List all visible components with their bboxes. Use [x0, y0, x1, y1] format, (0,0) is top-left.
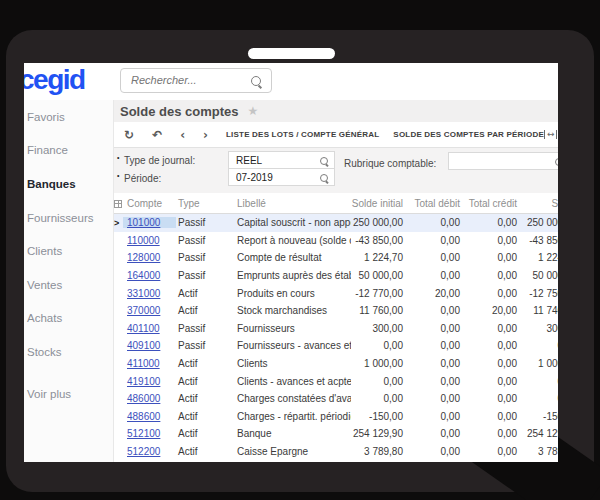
sidebar-item-voir-plus[interactable]: Voir plus [24, 380, 113, 408]
account-link[interactable]: 370000 [123, 305, 176, 316]
type-cell: Passif [176, 217, 233, 228]
undo-icon[interactable]: ↶ [152, 129, 162, 141]
account-link[interactable]: 164000 [123, 270, 176, 281]
total-debit-cell: 0,00 [403, 252, 460, 263]
tab-liste-des-lots[interactable]: LISTE DES LOTS / COMPTE GÉNÉRAL [226, 130, 379, 139]
magnifier-icon[interactable] [320, 157, 328, 165]
libelle-cell: Clients [233, 358, 351, 369]
table-row[interactable]: 488600ActifCharges - répartit. périodiqu… [114, 408, 558, 426]
total-debit-cell: 20,00 [403, 288, 460, 299]
table-row[interactable]: 512200ActifCaisse Epargne3 789,800,000,0… [114, 443, 558, 461]
account-link[interactable]: 411000 [123, 358, 176, 369]
period-field[interactable] [228, 168, 335, 186]
chevron-right-icon[interactable]: › [203, 129, 208, 141]
account-link[interactable]: 331000 [123, 288, 176, 299]
account-link[interactable]: 409100 [123, 340, 176, 351]
top-bar: cegid [24, 63, 558, 101]
search-icon[interactable] [251, 76, 261, 86]
col-total-debit[interactable]: Total débit [403, 198, 460, 209]
title-strip: Solde des comptes ★ [114, 100, 558, 122]
sidebar-item-stocks[interactable]: Stocks [24, 335, 113, 369]
account-link[interactable]: 101000 [123, 217, 176, 228]
col-total-credit[interactable]: Total crédit [460, 198, 517, 209]
type-cell: Actif [176, 428, 233, 439]
table-header: Compte Type Libellé Solde initial Total … [114, 193, 558, 214]
tab-solde-par-periode[interactable]: SOLDE DES COMPTES PAR PÉRIODE [393, 130, 544, 139]
table-row[interactable]: 486000ActifCharges constatées d'avance0,… [114, 390, 558, 408]
account-link[interactable]: 512200 [123, 446, 176, 457]
page-title: Solde des comptes [120, 104, 238, 119]
rubrique-input[interactable] [454, 155, 547, 168]
solde-cell: 1 000,00 [517, 358, 558, 369]
chevron-left-icon[interactable]: ‹ [180, 129, 185, 141]
table-row[interactable]: 370000ActifStock marchandises11 760,000,… [114, 302, 558, 320]
fit-width-icon[interactable]: ↔ [544, 130, 558, 139]
account-link[interactable]: 486000 [123, 393, 176, 404]
account-link[interactable]: 419100 [123, 376, 176, 387]
period-label: Période: [124, 173, 161, 184]
search-box[interactable] [120, 68, 272, 93]
type-cell: Actif [176, 411, 233, 422]
col-libelle[interactable]: Libellé [233, 198, 351, 209]
table-row[interactable]: 411000ActifClients1 000,000,000,001 000,… [114, 355, 558, 373]
solde-cell: -12 750,00 [517, 288, 558, 299]
solde-initial-cell: -150,00 [351, 411, 403, 422]
magnifier-icon[interactable] [320, 174, 328, 182]
row-selector-icon[interactable] [114, 200, 122, 208]
magnifier-icon[interactable] [555, 158, 558, 166]
type-cell: Passif [176, 323, 233, 334]
total-credit-cell: 0,00 [460, 376, 517, 387]
account-link[interactable]: 401100 [123, 323, 176, 334]
table-row[interactable]: 409100PassifFournisseurs - avances et ac… [114, 337, 558, 355]
solde-initial-cell: 3 789,80 [351, 446, 403, 457]
table-row[interactable]: 164000PassifEmprunts auprès des établt.c… [114, 267, 558, 285]
sidebar-item-finance[interactable]: Finance [24, 134, 113, 168]
total-debit-cell: 0,00 [403, 270, 460, 281]
table-row[interactable]: 128000PassifCompte de résultat1 224,700,… [114, 249, 558, 267]
account-link[interactable]: 512100 [123, 428, 176, 439]
libelle-cell: Charges constatées d'avance [233, 393, 351, 404]
total-credit-cell: 0,00 [460, 428, 517, 439]
solde-initial-cell: 254 129,90 [351, 428, 403, 439]
total-debit-cell: 0,00 [403, 376, 460, 387]
sidebar-item-fournisseurs[interactable]: Fournisseurs [24, 201, 113, 235]
col-solde-initial[interactable]: Solde initial [351, 198, 403, 209]
sidebar-item-favoris[interactable]: Favoris [24, 100, 113, 134]
type-cell: Passif [176, 340, 233, 351]
table-row[interactable]: 331000ActifProduits en cours-12 770,0020… [114, 284, 558, 302]
journal-input[interactable] [234, 154, 317, 167]
solde-cell: 0,00 [517, 340, 558, 351]
refresh-icon[interactable]: ↻ [124, 129, 134, 141]
total-debit-cell: 0,00 [403, 235, 460, 246]
sidebar-item-banques[interactable]: Banques [24, 167, 113, 201]
table-row[interactable]: 419100ActifClients - avances et acptes r… [114, 372, 558, 390]
account-link[interactable]: 128000 [123, 252, 176, 263]
table-row[interactable]: 401100PassifFournisseurs300,000,000,0030… [114, 320, 558, 338]
search-input[interactable] [129, 73, 243, 87]
account-link[interactable]: 110000 [123, 235, 176, 246]
account-link[interactable]: 488600 [123, 411, 176, 422]
rubrique-field[interactable] [448, 152, 558, 170]
total-debit-cell: 0,00 [403, 305, 460, 316]
period-input[interactable] [234, 171, 317, 184]
total-debit-cell: 0,00 [403, 358, 460, 369]
libelle-cell: Emprunts auprès des établt.c... [233, 270, 351, 281]
solde-initial-cell: 0,00 [351, 376, 403, 387]
col-solde[interactable]: Solde [517, 198, 558, 209]
table-row[interactable]: 110000PassifReport à nouveau (solde créd… [114, 232, 558, 250]
col-compte[interactable]: Compte [123, 198, 176, 209]
sidebar-item-ventes[interactable]: Ventes [24, 268, 113, 302]
total-credit-cell: 0,00 [460, 358, 517, 369]
journal-field[interactable] [228, 151, 335, 169]
table-row[interactable]: >101000PassifCapital souscrit - non appe… [114, 214, 558, 232]
type-cell: Actif [176, 446, 233, 457]
table-row[interactable]: 512100ActifBanque254 129,900,000,00254 1… [114, 425, 558, 443]
total-debit-cell: 0,00 [403, 393, 460, 404]
sidebar-item-clients[interactable]: Clients [24, 234, 113, 268]
col-type[interactable]: Type [176, 198, 233, 209]
total-debit-cell: 0,00 [403, 428, 460, 439]
solde-initial-cell: 1 224,70 [351, 252, 403, 263]
type-cell: Actif [176, 305, 233, 316]
favorite-star-icon[interactable]: ★ [247, 105, 258, 117]
sidebar-item-achats[interactable]: Achats [24, 302, 113, 336]
